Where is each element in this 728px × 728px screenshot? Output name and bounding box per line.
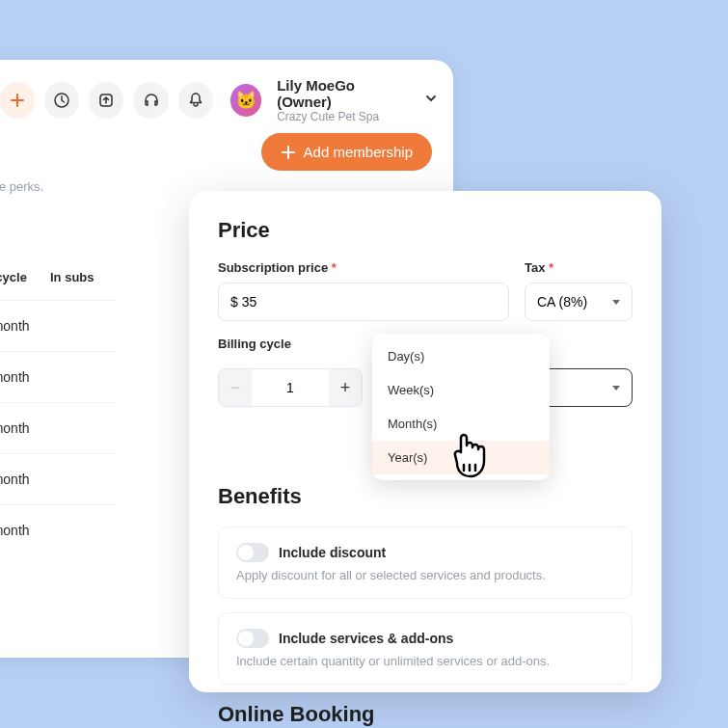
include-discount-toggle[interactable] bbox=[236, 543, 269, 562]
avatar[interactable]: 🐱 bbox=[230, 84, 261, 117]
table-row[interactable]: 0.00Every month bbox=[0, 351, 116, 402]
user-info: Lily MoeGo (Owner) Crazy Cute Pet Spa bbox=[277, 77, 407, 123]
benefits-section-title: Benefits bbox=[218, 484, 633, 509]
price-section-title: Price bbox=[218, 218, 633, 243]
table-row[interactable]: 0.00Every month bbox=[0, 402, 116, 453]
benefit-services-desc: Include certain quantity or unlimited se… bbox=[236, 654, 614, 668]
subscription-price-label: Subscription price * bbox=[218, 260, 509, 275]
table-row[interactable]: 0.00Every month bbox=[0, 504, 116, 555]
benefit-services-title: Include services & add-ons bbox=[279, 631, 453, 646]
benefit-discount-card: Include discount Apply discount for all … bbox=[218, 526, 633, 599]
upload-icon-button[interactable] bbox=[89, 82, 123, 119]
clock-icon-button[interactable] bbox=[44, 82, 79, 119]
chevron-down-icon bbox=[612, 300, 620, 305]
chevron-down-icon[interactable] bbox=[424, 92, 438, 109]
plus-icon-button[interactable] bbox=[0, 82, 35, 119]
benefit-discount-title: Include discount bbox=[279, 545, 386, 560]
user-sub: Crazy Cute Pet Spa bbox=[277, 110, 407, 123]
chevron-down-icon bbox=[612, 386, 620, 391]
add-membership-button[interactable]: Add membership bbox=[261, 133, 432, 171]
stepper-plus-button[interactable]: + bbox=[329, 368, 362, 407]
include-services-toggle[interactable] bbox=[236, 629, 269, 648]
subscription-price-field: Subscription price * $ 35 bbox=[218, 260, 509, 321]
add-membership-label: Add membership bbox=[304, 144, 413, 160]
stepper-minus-button[interactable]: − bbox=[219, 368, 252, 407]
user-name: Lily MoeGo (Owner) bbox=[277, 77, 407, 110]
dropdown-item-months[interactable]: Month(s) bbox=[372, 407, 550, 441]
dropdown-item-years[interactable]: Year(s) bbox=[372, 441, 550, 474]
dropdown-item-weeks[interactable]: Week(s) bbox=[372, 373, 550, 407]
tax-label: Tax * bbox=[525, 260, 633, 275]
plus-icon bbox=[281, 145, 296, 160]
headset-icon-button[interactable] bbox=[133, 82, 168, 119]
th-insub: In subs bbox=[50, 270, 94, 284]
topbar: 🐱 Lily MoeGo (Owner) Crazy Cute Pet Spa bbox=[0, 77, 453, 141]
tax-select[interactable]: CA (8%) bbox=[525, 283, 633, 321]
table-row[interactable]: 5.00Every month bbox=[0, 453, 116, 504]
dropdown-item-days[interactable]: Day(s) bbox=[372, 339, 550, 373]
subscription-price-input[interactable]: $ 35 bbox=[218, 283, 509, 321]
table-header: Price Billing cycle In subs bbox=[0, 270, 116, 300]
benefit-discount-desc: Apply discount for all or selected servi… bbox=[236, 568, 614, 582]
bell-icon-button[interactable] bbox=[178, 82, 213, 119]
th-cycle: Billing cycle bbox=[0, 270, 50, 284]
billing-stepper: − 1 + bbox=[218, 368, 363, 407]
stepper-value: 1 bbox=[252, 380, 329, 395]
online-booking-section-title: Online Booking bbox=[218, 702, 633, 727]
tax-field: Tax * CA (8%) bbox=[525, 260, 633, 321]
benefit-services-card: Include services & add-ons Include certa… bbox=[218, 612, 633, 685]
membership-table: Price Billing cycle In subs 5.00Every mo… bbox=[0, 270, 116, 555]
billing-cycle-dropdown: Day(s) Week(s) Month(s) Year(s) bbox=[372, 334, 550, 480]
perks-text: rvices or exclusive perks. bbox=[0, 179, 43, 194]
table-row[interactable]: 5.00Every month bbox=[0, 300, 116, 351]
price-modal: Price Subscription price * $ 35 Tax * CA… bbox=[189, 191, 661, 692]
